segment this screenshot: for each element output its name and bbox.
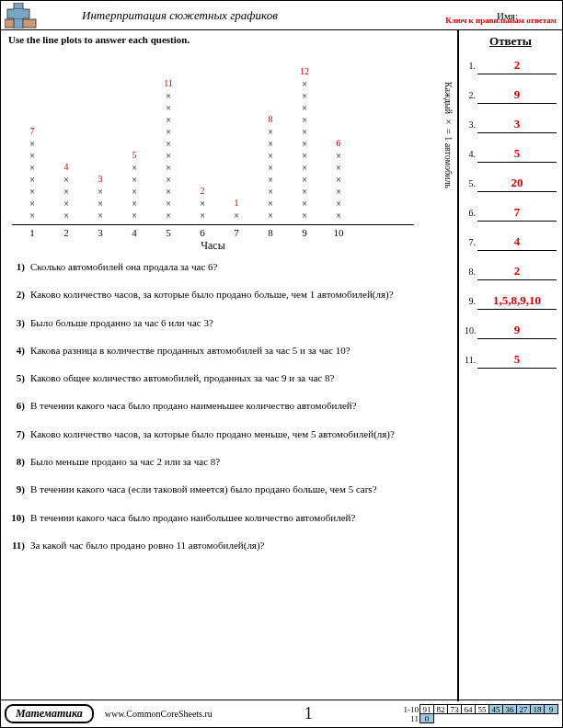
answer-row: 3.3 [465, 117, 557, 133]
question-number: 2) [8, 288, 30, 301]
answer-row: 4.5 [465, 146, 557, 163]
chart-mark: × [288, 162, 321, 174]
chart-mark: × [50, 198, 83, 210]
answer-number: 5. [465, 178, 477, 188]
question-text: В течении какого часа было продано наибо… [30, 511, 450, 524]
chart-mark: × [322, 174, 355, 186]
answer-row: 6.7 [465, 205, 557, 222]
chart-mark: × [288, 186, 321, 198]
chart-value-label: 4 [50, 162, 83, 172]
logo-icon [5, 3, 49, 28]
score-cell [433, 713, 448, 723]
chart-mark: × [152, 114, 185, 126]
question-row: 10)В течении какого часа было продано на… [8, 511, 450, 524]
question-text: Было меньше продано за час 2 или за час … [30, 455, 450, 468]
answer-value: 3 [477, 117, 557, 133]
question-number: 1) [8, 260, 30, 273]
question-number: 7) [8, 427, 30, 440]
question-row: 5)Каково общее количество автомобилей, п… [8, 371, 450, 384]
question-number: 4) [8, 344, 30, 357]
chart-mark: × [152, 174, 185, 186]
chart-mark: × [254, 174, 287, 186]
chart-mark: × [288, 138, 321, 150]
questions-list: 1)Сколько автомобилей она продала за час… [8, 260, 450, 552]
answer-number: 10. [465, 325, 477, 336]
answer-row: 2.9 [465, 87, 557, 104]
question-text: В течении какого часа было продано наиме… [30, 399, 450, 412]
chart-mark: × [50, 186, 83, 198]
question-number: 3) [8, 316, 30, 329]
answers-sidebar: Ответы 1.22.93.34.55.206.77.48.29.1,5,8,… [459, 30, 562, 701]
question-number: 8) [8, 455, 30, 468]
answer-number: 3. [465, 119, 477, 130]
question-number: 11) [8, 539, 30, 552]
score-cell [530, 713, 545, 723]
score-cell [461, 713, 476, 723]
question-text: Каково количество часов, за которые было… [30, 288, 450, 301]
answer-row: 9.1,5,8,9,10 [465, 293, 557, 310]
page-number: 1 [304, 704, 313, 723]
chart-mark: × [186, 210, 219, 222]
chart-axis [12, 224, 414, 225]
answer-number: 4. [465, 149, 477, 159]
score-label: 1-10 [398, 705, 420, 714]
chart-mark: × [152, 126, 185, 138]
answer-number: 1. [465, 61, 477, 71]
chart-mark: × [84, 198, 117, 210]
chart-mark: × [254, 162, 287, 174]
chart-mark: × [288, 174, 321, 186]
score-label: 11 [398, 714, 420, 723]
chart-mark: × [254, 210, 287, 222]
chart-column: 4×××× [50, 162, 83, 222]
answer-value: 20 [477, 176, 557, 192]
answer-number: 7. [465, 237, 477, 247]
chart-mark: × [288, 90, 321, 102]
chart-mark: × [186, 198, 219, 210]
chart-mark: × [288, 102, 321, 114]
chart-mark: × [322, 186, 355, 198]
main-content: Use the line plots to answer each questi… [1, 30, 459, 701]
question-text: Было больше проданно за час 6 или час 3? [30, 316, 450, 329]
chart-column: 6×××××× [322, 138, 355, 222]
chart-mark: × [118, 186, 151, 198]
chart-column: 3××× [84, 174, 117, 222]
question-text: В течении какого часа (если таковой имее… [30, 483, 450, 495]
chart-mark: × [322, 210, 355, 222]
chart-tick-label: 2 [50, 227, 83, 238]
answer-number: 8. [465, 267, 477, 277]
chart-value-label: 1 [220, 198, 253, 208]
answer-number: 9. [465, 296, 477, 306]
score-cell [447, 713, 462, 723]
question-text: Каково общее количество автомобилей, про… [30, 371, 450, 384]
chart-value-label: 6 [322, 138, 355, 148]
chart-tick-label: 10 [322, 227, 355, 238]
chart-mark: × [322, 162, 355, 174]
answers-title: Ответы [465, 34, 557, 49]
footer: Математика www.CommonCoreSheets.ru 1 1-1… [1, 700, 562, 727]
header: Интерпритация сюжетных графиков Имя: Клю… [1, 1, 562, 30]
question-row: 7)Каково количество часов, за которые бы… [8, 427, 450, 440]
chart-tick-label: 5 [152, 227, 185, 238]
chart-legend: Каждый × = 1 автомобиль [443, 82, 454, 188]
chart-mark: × [288, 210, 321, 222]
answer-number: 6. [465, 208, 477, 218]
question-row: 4)Какова разница в количестве проданных … [8, 344, 450, 357]
answer-row: 7.4 [465, 234, 557, 251]
question-row: 8)Было меньше продано за час 2 или за ча… [8, 455, 450, 468]
question-number: 9) [8, 483, 30, 495]
chart-mark: × [16, 198, 49, 210]
line-plot-chart: 7×××××××4××××3×××5×××××11×××××××××××2××1… [12, 54, 446, 238]
chart-value-label: 3 [84, 174, 117, 184]
answer-row: 11.5 [465, 352, 557, 369]
score-row: 110 [398, 714, 558, 723]
chart-column: 11××××××××××× [152, 78, 185, 222]
chart-mark: × [16, 186, 49, 198]
chart-tick-label: 7 [220, 227, 253, 238]
chart-mark: × [152, 186, 185, 198]
chart-value-label: 5 [118, 150, 151, 160]
chart-mark: × [152, 162, 185, 174]
chart-mark: × [152, 198, 185, 210]
question-row: 11)За какой час было продано ровно 11 ав… [8, 539, 450, 552]
chart-mark: × [288, 150, 321, 162]
site-url: www.CommonCoreSheets.ru [105, 709, 213, 719]
